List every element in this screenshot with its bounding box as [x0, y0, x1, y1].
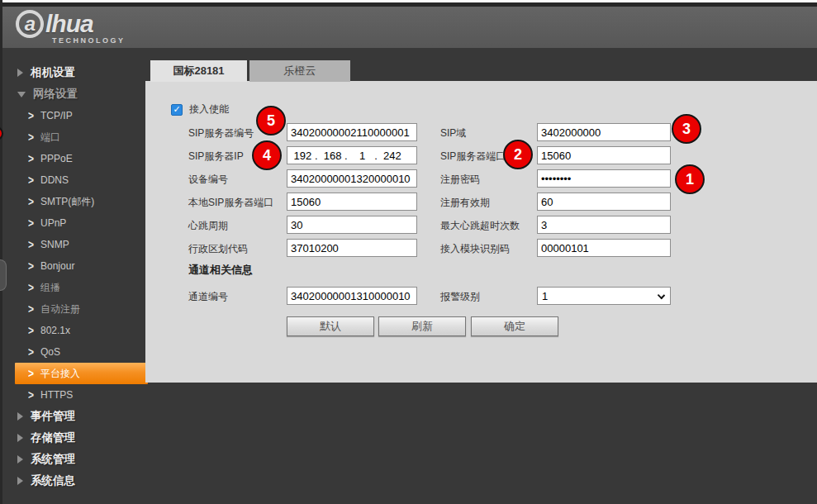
form-input-4-v2[interactable] — [537, 216, 671, 234]
chevron-right-icon: > — [28, 152, 34, 165]
tab-1[interactable]: 乐橙云 — [249, 60, 350, 82]
sidebar-item-label: SMTP(邮件) — [40, 195, 94, 209]
sidebar-item-label: 组播 — [40, 281, 60, 295]
triangle-down-icon — [17, 92, 26, 97]
sidebar-item-label: 端口 — [40, 131, 60, 145]
form-input-0-v1[interactable] — [287, 123, 417, 141]
form-input-1-v1[interactable] — [287, 146, 417, 164]
alarm-level-select[interactable]: 1 — [537, 287, 671, 305]
sidebar-item-label: 事件管理 — [31, 409, 75, 424]
form-row-3: 本地SIP服务器端口注册有效期 — [145, 193, 817, 211]
dahua-logo: alhua TECHNOLOGY — [16, 10, 126, 45]
form-row-2: 设备编号注册密码 — [145, 169, 817, 188]
form-input-3-v2[interactable] — [537, 193, 671, 211]
triangle-right-icon — [17, 434, 23, 442]
channel-number-input[interactable] — [287, 287, 417, 305]
confirm-button[interactable]: 确定 — [471, 316, 558, 336]
sidebar-item-9[interactable]: >Bonjour — [2, 255, 145, 277]
form-input-2-v2[interactable] — [537, 169, 671, 188]
sidebar-item-label: 存储管理 — [31, 430, 75, 445]
sidebar-item-3[interactable]: >端口 — [2, 126, 145, 148]
chevron-right-icon: > — [28, 195, 34, 208]
form-label-3-l2: 注册有效期 — [440, 196, 490, 210]
sidebar-item-14[interactable]: >平台接入 — [15, 363, 148, 384]
form-input-5-v1[interactable] — [287, 239, 417, 257]
chevron-right-icon: > — [28, 238, 34, 251]
form-label-0-l2: SIP域 — [440, 126, 466, 140]
sidebar-item-4[interactable]: >PPPoE — [2, 148, 145, 169]
form-input-2-v1[interactable] — [287, 169, 417, 188]
left-edge-border — [0, 0, 2, 504]
form-input-5-v2[interactable] — [537, 239, 671, 257]
triangle-right-icon — [17, 412, 23, 421]
form-label-3-l1: 本地SIP服务器端口 — [188, 196, 273, 210]
sidebar-item-label: TCP/IP — [40, 110, 73, 121]
form-label-1-l2: SIP服务器端口 — [440, 150, 506, 164]
sidebar-item-15[interactable]: >HTTPS — [2, 384, 145, 406]
chevron-right-icon: > — [28, 281, 34, 294]
dahua-logo-a-icon: a — [16, 10, 44, 38]
access-enable-checkbox[interactable]: ✓ — [171, 104, 183, 116]
chevron-right-icon: > — [28, 388, 34, 402]
annotation-circle-1: 1 — [675, 164, 705, 194]
access-enable-label: 接入使能 — [189, 102, 229, 116]
form-input-1-v2[interactable] — [537, 146, 671, 164]
sidebar-item-6[interactable]: >SMTP(邮件) — [2, 191, 145, 212]
sidebar-category-18[interactable]: 系统管理 — [2, 449, 145, 470]
sidebar-category-0[interactable]: 相机设置 — [2, 62, 145, 83]
form-label-4-l1: 心跳周期 — [188, 219, 228, 233]
chevron-right-icon: > — [28, 131, 34, 144]
dahua-logo-subtitle: TECHNOLOGY — [52, 36, 126, 45]
sidebar-item-2[interactable]: >TCP/IP — [2, 105, 145, 126]
form-row-1: SIP服务器IPSIP服务器端口 — [145, 146, 817, 164]
chevron-right-icon: > — [28, 302, 34, 316]
default-button[interactable]: 默认 — [287, 316, 374, 336]
form-input-3-v1[interactable] — [287, 193, 417, 211]
sidebar-item-label: DDNS — [40, 174, 69, 186]
alarm-level-value: 1 — [542, 290, 548, 302]
sidebar-category-19[interactable]: 系统信息 — [2, 470, 145, 492]
sidebar-collapse-handle[interactable] — [0, 259, 7, 291]
sidebar-item-label: PPPoE — [40, 153, 73, 164]
form-row-5: 行政区划代码接入模块识别码 — [145, 239, 817, 257]
sidebar-item-11[interactable]: >自动注册 — [2, 298, 145, 320]
sidebar-nav: 相机设置网络设置>TCP/IP>端口>PPPoE>DDNS>SMTP(邮件)>U… — [2, 48, 145, 504]
tab-0[interactable]: 国标28181 — [150, 60, 247, 82]
form-input-0-v2[interactable] — [537, 123, 671, 141]
sidebar-item-label: QoS — [40, 346, 60, 358]
sidebar-item-13[interactable]: >QoS — [2, 341, 145, 363]
annotation-circle-4: 4 — [252, 140, 282, 170]
sidebar-item-10[interactable]: >组播 — [2, 277, 145, 298]
chevron-right-icon: > — [28, 259, 34, 273]
sidebar-item-label: 平台接入 — [40, 367, 80, 381]
chevron-right-icon: > — [28, 174, 34, 187]
refresh-button[interactable]: 刷新 — [378, 316, 466, 336]
sidebar-item-8[interactable]: >SNMP — [2, 234, 145, 255]
alarm-level-label: 报警级别 — [440, 290, 480, 304]
dahua-config-page: alhua TECHNOLOGY 相机设置网络设置>TCP/IP>端口>PPPo… — [0, 0, 817, 504]
form-label-1-l1: SIP服务器IP — [188, 150, 244, 164]
sidebar-item-label: 自动注册 — [40, 302, 80, 316]
sidebar-item-label: HTTPS — [40, 389, 73, 401]
form-label-2-l1: 设备编号 — [188, 173, 228, 187]
sidebar-item-label: 802.1x — [40, 325, 70, 336]
form-input-4-v1[interactable] — [287, 216, 417, 234]
sidebar-item-5[interactable]: >DDNS — [2, 169, 145, 191]
sidebar-item-label: Bonjour — [40, 260, 74, 272]
sidebar-item-12[interactable]: >802.1x — [2, 320, 145, 341]
chevron-right-icon: > — [28, 109, 34, 122]
form-label-4-l2: 最大心跳超时次数 — [440, 219, 520, 233]
sidebar-item-7[interactable]: >UPnP — [2, 212, 145, 234]
channel-row: 通道编号 报警级别 1 — [145, 287, 817, 305]
form-row-4: 心跳周期最大心跳超时次数 — [145, 216, 817, 234]
sidebar-item-label: UPnP — [40, 217, 66, 229]
sidebar-item-label: 相机设置 — [31, 65, 75, 80]
sidebar-category-1[interactable]: 网络设置 — [2, 83, 145, 105]
form-label-5-l2: 接入模块识别码 — [440, 242, 510, 256]
chevron-down-icon — [658, 292, 665, 299]
tab-bar: 国标28181乐橙云 — [150, 60, 350, 82]
sidebar-category-17[interactable]: 存储管理 — [2, 427, 145, 449]
channel-info-section-title: 通道相关信息 — [188, 263, 253, 278]
sidebar-category-16[interactable]: 事件管理 — [2, 406, 145, 427]
annotation-circle-2: 2 — [503, 140, 533, 169]
